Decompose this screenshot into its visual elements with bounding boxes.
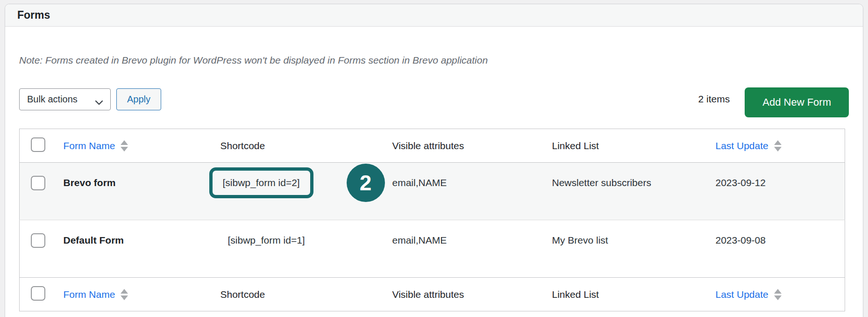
panel-header: Forms	[5, 4, 863, 27]
apply-button[interactable]: Apply	[116, 88, 161, 110]
form-name-cell[interactable]: Default Form	[64, 235, 124, 245]
sort-form-name[interactable]: Form Name	[64, 140, 128, 151]
items-count: 2 items	[698, 94, 730, 105]
column-label-last-update: Last Update	[716, 140, 768, 151]
sort-last-update[interactable]: Last Update	[716, 289, 782, 300]
shortcode-cell: [sibwp_form id=1]	[202, 220, 384, 278]
row-checkbox[interactable]	[31, 233, 45, 248]
linked-list-cell: Newsletter subscribers	[543, 163, 711, 220]
bulk-actions-select[interactable]: Bulk actions	[19, 88, 111, 110]
shortcode-highlight-ring: [sibwp_form id=2]	[209, 167, 313, 198]
visible-attributes-cell: email,NAME	[384, 220, 543, 278]
column-label-form-name: Form Name	[64, 289, 115, 300]
linked-list-cell: My Brevo list	[543, 220, 711, 278]
sort-arrows-icon	[121, 289, 128, 300]
toolbar: Bulk actions Apply 2 items Add New Form	[19, 81, 849, 117]
table-row-default-form: Default Form [sibwp_form id=1] email,NAM…	[20, 220, 845, 278]
table-header: Form Name Shortcode Visible attributes L…	[20, 129, 845, 163]
select-all-checkbox[interactable]	[31, 286, 45, 301]
sort-last-update[interactable]: Last Update	[716, 140, 782, 151]
sort-arrows-icon	[774, 140, 782, 151]
sort-form-name[interactable]: Form Name	[64, 289, 128, 300]
form-name-cell[interactable]: Brevo form	[64, 177, 116, 188]
forms-table: Form Name Shortcode Visible attributes L…	[19, 129, 845, 311]
visible-attributes-cell: email,NAME	[384, 163, 543, 220]
column-label-visible-attributes: Visible attributes	[392, 140, 464, 151]
column-label-linked-list: Linked List	[552, 289, 599, 300]
table-row-brevo-form: Brevo form [sibwp_form id=2] 2 email,NAM…	[20, 163, 845, 220]
bulk-actions-label: Bulk actions	[27, 94, 78, 105]
row-checkbox[interactable]	[31, 176, 45, 190]
select-all-checkbox[interactable]	[31, 137, 45, 152]
shortcode-cell: [sibwp_form id=2]	[223, 177, 300, 188]
column-label-shortcode: Shortcode	[221, 289, 265, 300]
note-text: Note: Forms created in Brevo plugin for …	[19, 55, 849, 66]
chevron-down-icon	[95, 97, 103, 101]
table-footer: Form Name Shortcode Visible attributes L…	[20, 278, 845, 311]
column-label-form-name: Form Name	[64, 140, 115, 151]
last-update-cell: 2023-09-08	[711, 220, 845, 278]
column-label-visible-attributes: Visible attributes	[392, 289, 464, 300]
sort-arrows-icon	[121, 140, 128, 151]
column-label-shortcode: Shortcode	[221, 140, 265, 151]
page-title: Forms	[17, 9, 50, 22]
annotation-step-badge: 2	[347, 164, 385, 202]
column-label-last-update: Last Update	[716, 289, 768, 300]
add-new-form-button[interactable]: Add New Form	[745, 87, 849, 117]
toolbar-right: 2 items Add New Form	[698, 81, 849, 117]
sort-arrows-icon	[774, 289, 782, 300]
last-update-cell: 2023-09-12	[711, 163, 845, 220]
forms-panel: Forms Note: Forms created in Brevo plugi…	[5, 4, 863, 317]
panel-body: Note: Forms created in Brevo plugin for …	[5, 55, 863, 311]
column-label-linked-list: Linked List	[552, 140, 599, 151]
